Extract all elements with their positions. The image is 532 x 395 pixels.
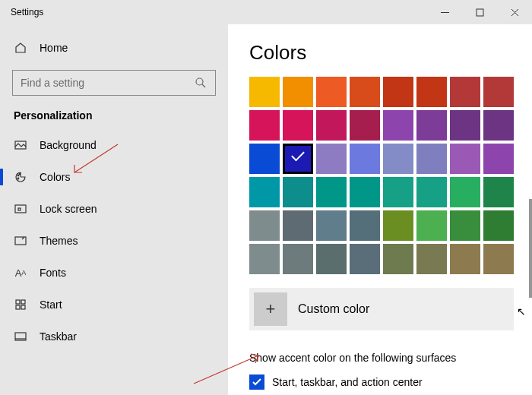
maximize-button[interactable] (462, 0, 497, 24)
color-swatch-grid (249, 77, 532, 274)
color-swatch[interactable] (249, 110, 280, 141)
accent-section-heading: Show accent color on the following surfa… (249, 352, 532, 364)
checkbox-label: Start, taskbar, and action center (272, 376, 423, 388)
sidebar-item-themes[interactable]: Themes (0, 225, 228, 257)
color-swatch[interactable] (383, 77, 413, 107)
color-swatch[interactable] (316, 244, 347, 274)
color-swatch[interactable] (383, 244, 413, 274)
svg-point-4 (196, 78, 203, 85)
color-swatch[interactable] (283, 244, 313, 274)
color-swatch[interactable] (350, 110, 380, 141)
window-title: Settings (11, 7, 43, 17)
color-swatch[interactable] (350, 244, 380, 274)
sidebar-item-label: Lock screen (40, 203, 97, 215)
window-buttons (427, 0, 532, 24)
sidebar-item-colors[interactable]: Colors (0, 161, 228, 193)
svg-point-9 (17, 178, 19, 179)
color-swatch[interactable] (416, 210, 447, 241)
color-swatch[interactable] (283, 177, 313, 207)
checkbox-icon (249, 374, 264, 390)
color-swatch[interactable] (450, 177, 480, 207)
svg-line-5 (202, 84, 205, 87)
color-swatch[interactable] (383, 177, 413, 207)
color-swatch[interactable] (450, 144, 480, 174)
color-swatch[interactable] (249, 177, 280, 207)
page-title: Colors (249, 41, 532, 65)
color-swatch[interactable] (483, 77, 514, 107)
svg-point-8 (19, 173, 21, 175)
lock-screen-icon (14, 202, 27, 216)
close-button[interactable] (497, 0, 532, 24)
fonts-icon: AA (14, 266, 27, 280)
color-swatch[interactable] (350, 177, 380, 207)
sidebar-item-taskbar[interactable]: Taskbar (0, 321, 228, 352)
color-swatch[interactable] (450, 210, 480, 241)
color-swatch[interactable] (416, 177, 447, 207)
sidebar-item-fonts[interactable]: AA Fonts (0, 257, 228, 289)
color-swatch[interactable] (483, 144, 514, 174)
color-swatch[interactable] (283, 77, 313, 107)
color-swatch[interactable] (383, 210, 413, 241)
sidebar-item-label: Background (40, 139, 97, 151)
svg-rect-15 (16, 305, 20, 309)
nav-home[interactable]: Home (0, 35, 228, 61)
svg-rect-11 (18, 208, 21, 210)
sidebar-item-start[interactable]: Start (0, 289, 228, 321)
color-swatch[interactable] (283, 110, 313, 141)
color-swatch[interactable] (383, 110, 413, 141)
color-swatch[interactable] (316, 210, 347, 241)
color-swatch[interactable] (450, 77, 480, 107)
color-swatch[interactable] (249, 244, 280, 274)
svg-rect-12 (15, 237, 26, 245)
color-swatch[interactable] (249, 144, 280, 174)
custom-color-button[interactable]: + Custom color (249, 288, 514, 330)
color-swatch[interactable] (416, 110, 447, 141)
color-swatch[interactable] (283, 144, 313, 174)
color-swatch[interactable] (483, 110, 514, 141)
sidebar-item-lock-screen[interactable]: Lock screen (0, 193, 228, 225)
search-placeholder: Find a setting (21, 77, 84, 89)
color-swatch[interactable] (450, 244, 480, 274)
background-icon (14, 138, 27, 152)
sidebar-item-label: Taskbar (40, 330, 77, 343)
svg-rect-14 (21, 300, 25, 304)
sidebar-item-label: Themes (40, 235, 78, 247)
search-input[interactable]: Find a setting (12, 70, 216, 96)
cursor-pointer-icon: ↖ (517, 305, 526, 318)
color-swatch[interactable] (350, 144, 380, 174)
color-swatch[interactable] (249, 77, 280, 107)
color-swatch[interactable] (350, 77, 380, 107)
colors-icon (14, 170, 27, 184)
svg-point-7 (17, 175, 19, 176)
plus-icon: + (254, 292, 287, 326)
color-swatch[interactable] (350, 210, 380, 241)
color-swatch[interactable] (316, 144, 347, 174)
color-swatch[interactable] (316, 77, 347, 107)
minimize-button[interactable] (427, 0, 462, 24)
color-swatch[interactable] (316, 177, 347, 207)
sidebar-category: Personalization (0, 96, 228, 129)
checkbox-start-taskbar[interactable]: Start, taskbar, and action center (249, 374, 532, 390)
sidebar-item-background[interactable]: Background (0, 129, 228, 161)
color-swatch[interactable] (316, 110, 347, 141)
color-swatch[interactable] (283, 210, 313, 241)
color-swatch[interactable] (483, 244, 514, 274)
scrollbar[interactable] (529, 199, 532, 298)
color-swatch[interactable] (383, 144, 413, 174)
nav-home-label: Home (40, 42, 68, 54)
sidebar: Home Find a setting Personalization Back… (0, 24, 228, 395)
svg-rect-13 (16, 300, 20, 304)
color-swatch[interactable] (483, 177, 514, 207)
sidebar-item-label: Fonts (40, 267, 66, 279)
custom-color-label: Custom color (298, 302, 369, 316)
color-swatch[interactable] (483, 210, 514, 241)
color-swatch[interactable] (416, 77, 447, 107)
start-icon (14, 298, 27, 311)
color-swatch[interactable] (249, 210, 280, 241)
color-swatch[interactable] (416, 244, 447, 274)
color-swatch[interactable] (450, 110, 480, 141)
taskbar-icon (14, 330, 27, 343)
svg-rect-16 (21, 305, 25, 309)
sidebar-item-label: Start (40, 299, 62, 311)
color-swatch[interactable] (416, 144, 447, 174)
